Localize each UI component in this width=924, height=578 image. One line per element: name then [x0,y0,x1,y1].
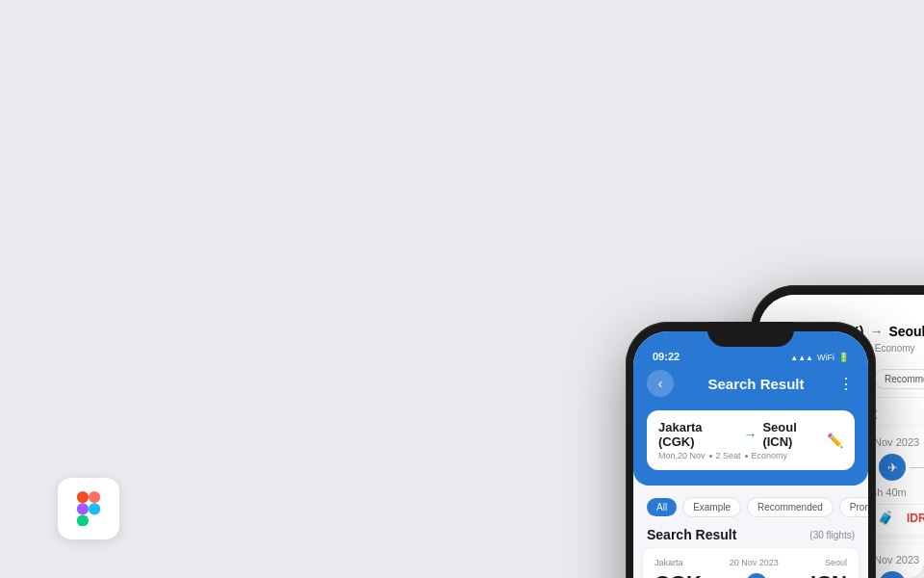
flight-route: Jakarta (CGK) → Seoul (ICN) Mon,20 Nov 2… [658,420,827,460]
tab-example[interactable]: Example [682,497,741,517]
tab-promo[interactable]: Promo [839,497,868,517]
search-result-header: Search Result (30 flights) [633,525,868,548]
svg-point-4 [89,503,100,514]
app-header: ‹ Search Result ⋮ [633,366,868,410]
bp-tab-recommended[interactable]: Recommended [874,369,924,389]
svg-rect-1 [89,491,100,503]
back-arrow-icon: ‹ [658,376,663,391]
fi1-origin-label: Jakarta [654,558,683,567]
fi1-plane-icon: ✈ [746,573,767,578]
bp-class: Economy [875,343,915,354]
flights-count: (30 flights) [809,530,855,540]
blue-section: Jakarta (CGK) → Seoul (ICN) Mon,20 Nov 2… [633,410,868,486]
fc-arrow-icon: → [743,427,757,442]
battery-icon: 🔋 [838,353,849,362]
front-phone: 09:22 ▲▲▲ WiFi 🔋 ‹ Search Result ⋮ [626,322,876,578]
back-button[interactable]: ‹ [647,370,674,397]
signal-icon: ▲▲▲ [790,354,813,362]
svg-rect-3 [77,514,89,526]
flight-card[interactable]: Jakarta (CGK) → Seoul (ICN) Mon,20 Nov 2… [647,410,855,470]
bp-fi1-line-right [910,467,924,468]
bp-arrow-icon: → [869,324,883,339]
svg-rect-0 [77,491,89,503]
fc-sep1 [709,455,712,458]
fc-sep2 [745,455,748,458]
flight-item-1[interactable]: Jakarta 20 Nov 2023 Seoul CGK ✈ ICN [643,548,859,578]
wifi-icon: WiFi [817,353,834,362]
fi1-center: ✈ [702,573,810,578]
fc-seats: 2 Seat [716,451,741,460]
header-title: Search Result [707,376,804,392]
header-menu-icon[interactable]: ⋮ [838,375,855,393]
fc-origin: Jakarta (CGK) [658,420,737,449]
bp-fi1-price: IDR 14,500,000 [907,512,924,525]
notch [707,322,794,347]
fi1-dest-label: Seoul [825,558,847,567]
bp-fi1-plane: ✈ [879,454,906,481]
fc-date: Mon,20 Nov [658,451,706,460]
scene: Jakarta (CGK) → Seoul (ICN) ✏️ Mon,20 No… [0,0,924,578]
bp-fi2-plane: ✈ [879,571,906,578]
status-icons: ▲▲▲ WiFi 🔋 [790,353,849,362]
tab-all[interactable]: All [647,498,677,516]
search-result-title: Search Result [647,527,736,542]
fi1-top: Jakarta 20 Nov 2023 Seoul [654,558,847,567]
fi1-date: 20 Nov 2023 [730,558,779,567]
fi1-main: CGK ✈ ICN [654,571,847,578]
fc-dest: Seoul (ICN) [762,420,827,449]
status-time: 09:22 [653,351,680,362]
svg-rect-2 [77,503,89,514]
bp-dest: Seoul (ICN) [888,324,924,339]
fc-class: Economy [752,451,788,460]
fc-edit-icon[interactable]: ✏️ [827,433,843,448]
fi1-dest-code: ICN [810,571,847,578]
bp-fi1-bag-icon: 🧳 [878,511,893,525]
front-phone-screen: 09:22 ▲▲▲ WiFi 🔋 ‹ Search Result ⋮ [633,331,868,578]
tab-recommended[interactable]: Recommended [747,497,834,517]
figma-logo [58,478,119,539]
flight-route-top: Jakarta (CGK) → Seoul (ICN) [658,420,827,449]
fi1-origin-code: CGK [654,571,702,578]
flight-meta: Mon,20 Nov 2 Seat Economy [658,451,827,460]
filter-tabs: All Example Recommended Promo [633,489,868,525]
